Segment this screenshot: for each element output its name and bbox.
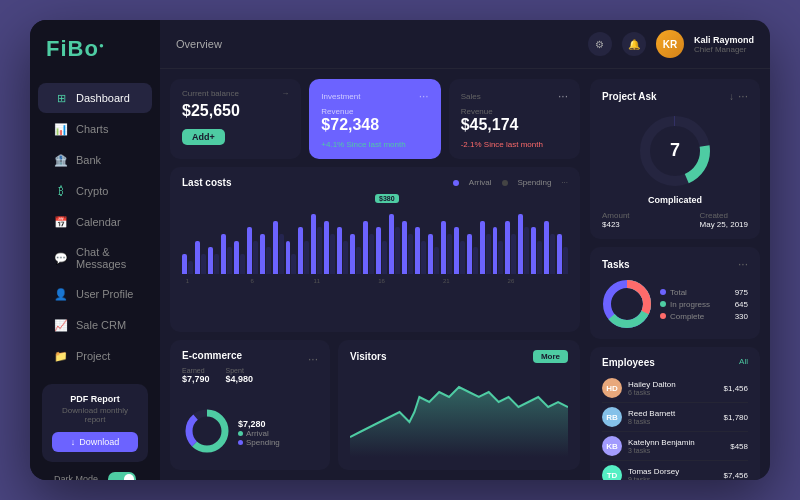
more-button[interactable]: More [533,350,568,363]
arrive-bar [182,254,187,274]
bar-group [221,234,232,274]
add-button[interactable]: Add+ [182,129,225,145]
spent-val: $4,980 [226,374,254,384]
notification-icon[interactable]: 🔔 [622,32,646,56]
project-icon: 📁 [54,349,68,363]
arrive-bar [557,234,562,274]
arrive-bar [376,227,381,274]
tasks-menu-icon[interactable]: ··· [738,257,748,271]
ecom-legend-spending: Spending [238,438,280,447]
donut-val: $7,280 [238,419,280,429]
arrive-bar [493,227,498,274]
x-label: 21 [441,278,452,284]
bar-group [324,221,335,274]
logo-dot: ● [99,41,105,50]
sidebar-item-dashboard[interactable]: ⊞Dashboard [38,83,152,113]
sidebar-item-project[interactable]: 📁Project [38,341,152,371]
content-left: Current balance → $25,650 Add+ Investmen… [170,79,580,470]
dark-mode-row: Dark Mode [42,462,148,480]
main-content: Overview ⚙ 🔔 KR Kali Raymond Chief Manag… [160,20,770,480]
arrive-bar [286,241,291,274]
arrive-bar [505,221,510,274]
employees-all[interactable]: All [739,357,748,368]
download-label: Download [79,437,119,447]
bar-group [441,221,452,274]
sidebar: FiBo● ⊞Dashboard📊Charts🏦Bank₿Crypto📅Cale… [30,20,160,480]
investment-menu-icon[interactable]: ··· [419,89,429,103]
sidebar-item-profile[interactable]: 👤User Profile [38,279,152,309]
employee-salary: $7,456 [724,471,748,480]
spend-bar [498,241,503,274]
sidebar-item-charts[interactable]: 📊Charts [38,114,152,144]
user-name: Kali Raymond [694,35,754,45]
settings-icon[interactable]: ⚙ [588,32,612,56]
employee-row: TD Tomas Dorsey 9 tasks $7,456 [602,461,748,480]
crypto-icon: ₿ [54,184,68,198]
bar-group [480,221,491,274]
pdf-subtitle: Download monthly report [52,406,138,424]
spend-bar [240,254,245,274]
x-label [195,278,206,284]
download-icon: ↓ [71,437,76,447]
sidebar-item-crm[interactable]: 📈Sale CRM [38,310,152,340]
arrive-bar [441,221,446,274]
employee-salary: $1,456 [724,384,748,393]
ecom-arrive-dot [238,431,243,436]
chat-label: Chat & Messages [76,246,136,270]
bar-group [311,214,322,274]
project-title: Project Ask [602,91,657,102]
sales-menu-icon[interactable]: ··· [558,89,568,103]
employee-row: RB Reed Barnett 8 tasks $1,780 [602,403,748,432]
x-label [363,278,374,284]
x-label [454,278,465,284]
ecommerce-card: E-commerce ··· Earned $7,790 Spent $4,98… [170,340,330,470]
spend-bar [511,234,516,274]
x-label [480,278,491,284]
bar-group [182,254,193,274]
spend-bar [434,247,439,274]
arrive-bar [298,227,303,274]
spend-bar [550,234,555,274]
earned-label: Earned [182,367,210,374]
investment-revenue-label: Revenue [321,107,428,116]
dashboard-label: Dashboard [76,92,130,104]
ecom-menu-icon[interactable]: ··· [308,352,318,366]
chart-legend: Arrival Spending ··· [453,178,568,187]
download-button[interactable]: ↓ Download [52,432,138,452]
x-label [324,278,335,284]
crm-label: Sale CRM [76,319,126,331]
task-legend-item: Complete330 [660,312,748,321]
spend-bar [447,234,452,274]
task-val: 330 [735,312,748,321]
task-legend-item: Total975 [660,288,748,297]
spend-bar [356,247,361,274]
sidebar-item-bank[interactable]: 🏦Bank [38,145,152,175]
arrive-bar [480,221,485,274]
bar-group [298,227,309,274]
earned-val: $7,790 [182,374,210,384]
arrive-bar [350,234,355,274]
project-menu-icon[interactable]: ··· [738,89,748,103]
bar-group [454,227,465,274]
dark-mode-toggle[interactable] [108,472,136,480]
task-dot [660,313,666,319]
arrive-bar [467,234,472,274]
chart-menu-icon[interactable]: ··· [561,178,568,187]
x-label [337,278,348,284]
user-role: Chief Manager [694,45,754,54]
sidebar-item-calendar[interactable]: 📅Calendar [38,207,152,237]
arrive-bar [454,227,459,274]
pdf-title: PDF Report [52,394,138,404]
ecom-header: E-commerce ··· [182,350,318,367]
bar-group [493,227,504,274]
sidebar-item-crypto[interactable]: ₿Crypto [38,176,152,206]
x-label [415,278,426,284]
arrive-bar [324,221,329,274]
visitor-header: Visitors More [350,350,568,363]
bar-group [544,221,555,274]
project-download-icon[interactable]: ↓ [729,91,734,102]
bar-group [518,214,529,274]
sidebar-item-chat[interactable]: 💬Chat & Messages [38,238,152,278]
bar-group [428,234,439,274]
x-label [402,278,413,284]
